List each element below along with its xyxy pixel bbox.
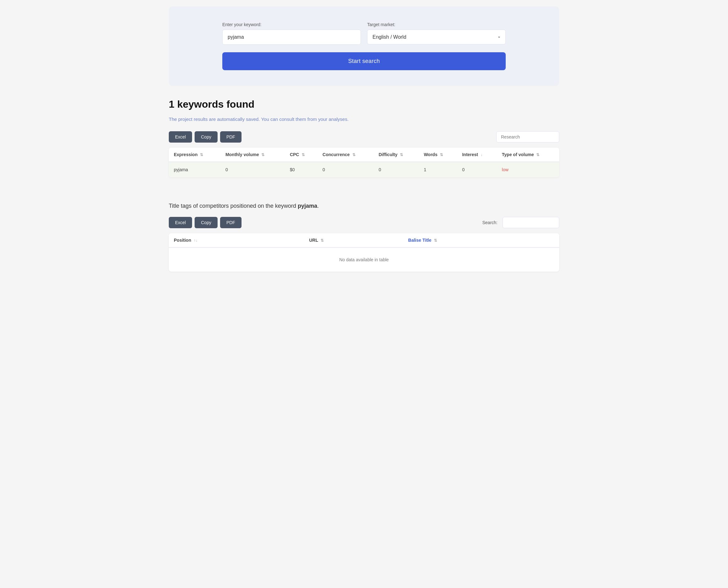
market-input-group: Target market: English / World French / … (367, 22, 506, 45)
copy-button[interactable]: Copy (194, 131, 217, 143)
pdf-button[interactable]: PDF (220, 131, 242, 143)
keyword-input[interactable] (222, 29, 361, 45)
sort-icon-type-of-volume: ⇅ (536, 153, 539, 157)
competitors-section: Title tags of competitors positioned on … (169, 203, 559, 272)
no-data-row: No data available in table (169, 247, 559, 272)
cell-monthly-volume: 0 (221, 162, 285, 177)
comp-pdf-button[interactable]: PDF (220, 217, 242, 228)
cell-type-of-volume: low (497, 162, 559, 177)
keywords-table: Expression ⇅ Monthly volume ⇅ CPC ⇅ Conc… (169, 148, 559, 177)
comp-excel-button[interactable]: Excel (169, 217, 192, 228)
table-row: pyjama 0 $0 0 0 1 0 low (169, 162, 559, 177)
cell-expression: pyjama (169, 162, 221, 177)
sort-icon-cpc: ⇅ (301, 153, 305, 157)
sort-icon-balise-title: ⇅ (434, 238, 437, 243)
results-toolbar: Excel Copy PDF (169, 131, 559, 143)
comp-copy-button[interactable]: Copy (194, 217, 217, 228)
keyword-input-group: Enter your keyword: (222, 22, 361, 45)
search-button[interactable]: Start search (222, 52, 506, 70)
comp-col-balise-title[interactable]: Balise Title ⇅ (403, 233, 559, 247)
search-inputs: Enter your keyword: Target market: Engli… (222, 22, 506, 45)
competitors-title-prefix: Title tags of competitors positioned on … (169, 203, 298, 209)
sort-icon-interest: ↓ (480, 153, 482, 157)
auto-save-notice: The project results are automatically sa… (169, 117, 559, 122)
competitors-title-suffix: . (317, 203, 319, 209)
col-difficulty[interactable]: Difficulty ⇅ (373, 148, 419, 162)
cell-concurrence: 0 (317, 162, 373, 177)
col-words[interactable]: Words ⇅ (419, 148, 457, 162)
col-concurrence[interactable]: Concurrence ⇅ (317, 148, 373, 162)
sort-icon-concurrence: ⇅ (352, 153, 355, 157)
cell-cpc: $0 (285, 162, 317, 177)
table-header-row: Expression ⇅ Monthly volume ⇅ CPC ⇅ Conc… (169, 148, 559, 162)
keyword-label: Enter your keyword: (222, 22, 361, 27)
comp-search-input[interactable] (502, 217, 559, 228)
sort-icon-difficulty: ⇅ (400, 153, 403, 157)
cell-interest: 0 (457, 162, 497, 177)
col-type-of-volume[interactable]: Type of volume ⇅ (497, 148, 559, 162)
col-monthly-volume[interactable]: Monthly volume ⇅ (221, 148, 285, 162)
competitors-keyword: pyjama (298, 203, 317, 209)
col-cpc[interactable]: CPC ⇅ (285, 148, 317, 162)
results-section: 1 keywords found The project results are… (169, 99, 559, 187)
comp-col-url[interactable]: URL ⇅ (304, 233, 403, 247)
competitors-table: Position ↑↓ URL ⇅ Balise Title ⇅ No data… (169, 233, 559, 272)
competitors-toolbar: Excel Copy PDF Search: (169, 217, 559, 228)
sort-icon-url: ⇅ (320, 238, 324, 243)
col-interest[interactable]: Interest ↓ (457, 148, 497, 162)
low-badge: low (502, 167, 508, 172)
market-label: Target market: (367, 22, 506, 27)
comp-col-position[interactable]: Position ↑↓ (169, 233, 304, 247)
sort-icon-expression: ⇅ (200, 153, 203, 157)
sort-icon-words: ⇅ (440, 153, 443, 157)
cell-difficulty: 0 (373, 162, 419, 177)
competitors-title: Title tags of competitors positioned on … (169, 203, 559, 209)
cell-words: 1 (419, 162, 457, 177)
search-label: Search: (482, 220, 498, 225)
search-form: Enter your keyword: Target market: Engli… (181, 22, 547, 70)
excel-button[interactable]: Excel (169, 131, 192, 143)
no-data-cell: No data available in table (169, 247, 559, 272)
comp-header-row: Position ↑↓ URL ⇅ Balise Title ⇅ (169, 233, 559, 247)
market-select[interactable]: English / World French / France Spanish … (367, 29, 506, 44)
sort-icon-monthly-volume: ⇅ (261, 153, 265, 157)
col-expression[interactable]: Expression ⇅ (169, 148, 221, 162)
research-input[interactable] (496, 131, 559, 143)
search-panel: Enter your keyword: Target market: Engli… (169, 6, 559, 86)
sort-icon-position: ↑↓ (194, 238, 197, 243)
keywords-found-title: 1 keywords found (169, 99, 559, 110)
